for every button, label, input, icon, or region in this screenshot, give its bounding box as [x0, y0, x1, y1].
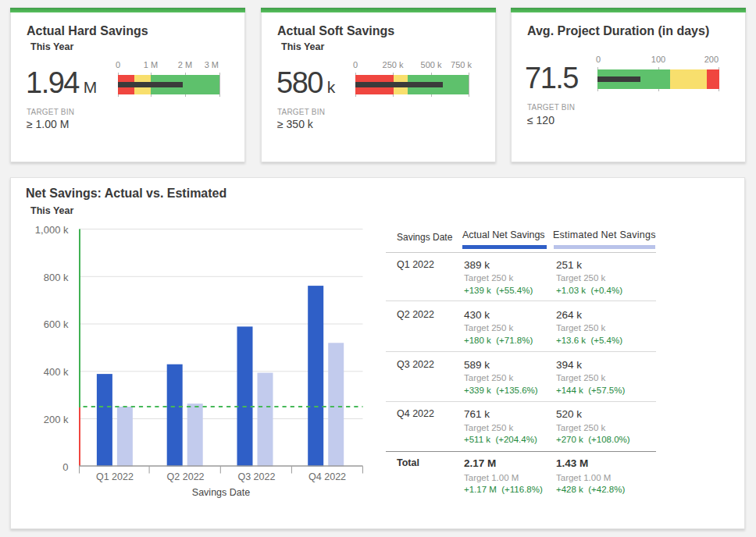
svg-text:Savings Date: Savings Date — [192, 487, 250, 498]
svg-text:Q3 2022: Q3 2022 — [237, 471, 275, 482]
svg-text:600 k: 600 k — [44, 318, 69, 330]
svg-text:Q1 2022: Q1 2022 — [96, 471, 134, 482]
svg-text:0: 0 — [62, 461, 68, 473]
svg-text:Q4 2022: Q4 2022 — [308, 471, 346, 482]
svg-text:Q2 2022: Q2 2022 — [167, 471, 205, 482]
svg-text:200 k: 200 k — [44, 414, 69, 425]
svg-text:800 k: 800 k — [44, 272, 69, 283]
svg-text:400 k: 400 k — [44, 366, 69, 378]
svg-text:1,000 k: 1,000 k — [35, 224, 69, 236]
